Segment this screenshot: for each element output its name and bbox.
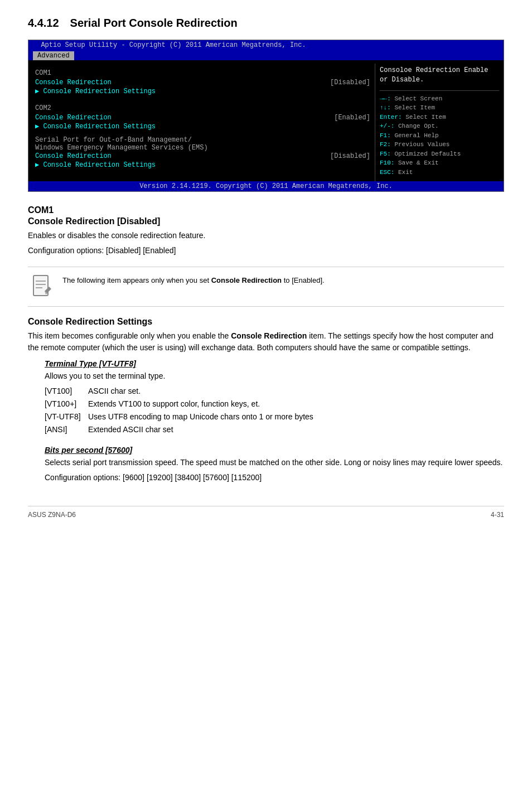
bios-com1-redirect-row[interactable]: Console Redirection [Disabled] [35, 78, 370, 87]
note-text: The following item appears only when you… [62, 273, 325, 286]
footer-left: ASUS Z9NA-D6 [28, 511, 76, 519]
shortcut-f1: F1: General Help [380, 131, 499, 141]
bios-ems-redirect-label: Console Redirection [35, 152, 112, 160]
shortcut-enter: Enter: Select Item [380, 113, 499, 122]
shortcut-f5: F5: Optimized Defaults [380, 149, 499, 159]
bios-serial-line1: Serial Port for Out-of-Band Management/ [35, 136, 370, 144]
bios-com1-redirect-value: [Disabled] [330, 79, 370, 86]
option-ansi-label: [ANSI] [45, 424, 84, 436]
bios-tab-bar: Advanced [28, 50, 504, 60]
bios-com2-redirect-label: Console Redirection [35, 114, 112, 122]
bios-header: Aptio Setup Utility - Copyright (C) 2011… [28, 40, 504, 50]
option-vt100: [VT100] ASCII char set. [45, 385, 504, 397]
option-vt100plus-desc: Extends VT100 to support color, function… [88, 398, 504, 410]
section-number: 4.4.12 [28, 17, 59, 30]
bios-sidebar: Consoloe Redirection Enable or Disable. … [375, 64, 504, 181]
option-vtutf8-desc: Uses UTF8 encoding to map Unicode chars … [88, 411, 504, 423]
shortcut-change: +/-: Change Opt. [380, 122, 499, 131]
option-vt100-label: [VT100] [45, 385, 84, 397]
shortcut-select-item: ↑↓: Select Item [380, 103, 499, 113]
com1-options: Configuration options: [Disabled] [Enabl… [28, 245, 504, 257]
com1-heading: COM1 [28, 205, 504, 215]
option-ansi-desc: Extended ASCII char set [88, 424, 504, 436]
terminal-type-block: Terminal Type [VT-UTF8] Allows you to se… [28, 359, 504, 484]
bios-ems-settings[interactable]: ▶ Console Redirection Settings [35, 161, 370, 169]
option-vtutf8-label: [VT-UTF8] [45, 411, 84, 423]
bios-com2-label: COM2 [35, 104, 370, 112]
section-title: Serial Port Console Redirection [70, 17, 238, 30]
bios-com2-redirect-row[interactable]: Console Redirection [Enabled] [35, 113, 370, 122]
option-vt100plus-label: [VT100+] [45, 398, 84, 410]
option-vt100plus: [VT100+] Extends VT100 to support color,… [45, 398, 504, 410]
com1-section: COM1 Console Redirection [Disabled] Enab… [28, 205, 504, 257]
footer-right: 4-31 [491, 511, 504, 519]
bios-com1-redirect-label: Console Redirection [35, 79, 112, 86]
bios-shortcuts: →←: Select Screen ↑↓: Select Item Enter:… [380, 94, 499, 177]
bios-help-text: Consoloe Redirection Enable or Disable. [380, 66, 499, 85]
shortcut-esc: ESC: Exit [380, 168, 499, 177]
page-footer: ASUS Z9NA-D6 4-31 [28, 506, 504, 519]
settings-heading: Console Redirection Settings [28, 317, 504, 327]
bios-main-panel: COM1 Console Redirection [Disabled] ▶ Co… [28, 64, 375, 181]
terminal-type-desc: Allows you to set the terminal type. [45, 370, 504, 382]
bios-com2-settings[interactable]: ▶ Console Redirection Settings [35, 122, 370, 131]
com1-desc: Enables or disables the console redirect… [28, 230, 504, 241]
shortcut-f2: F2: Previous Values [380, 140, 499, 149]
terminal-type-title: Terminal Type [VT-UTF8] [45, 359, 504, 368]
note-box: The following item appears only when you… [28, 267, 504, 307]
option-vtutf8: [VT-UTF8] Uses UTF8 encoding to map Unic… [45, 411, 504, 423]
bios-footer: Version 2.14.1219. Copyright (C) 2011 Am… [28, 181, 504, 191]
redirect-settings-section: Console Redirection Settings This item b… [28, 317, 504, 484]
bios-body: COM1 Console Redirection [Disabled] ▶ Co… [28, 60, 504, 181]
bios-com2-redirect-value: [Enabled] [334, 114, 370, 122]
section-heading: 4.4.12 Serial Port Console Redirection [28, 17, 504, 30]
bits-desc: Selects serial port transmission speed. … [45, 457, 504, 468]
bios-serial-line2: Windows Emergency Management Services (E… [35, 144, 370, 152]
bios-divider [380, 90, 499, 91]
shortcut-f10: F10: Save & Exit [380, 158, 499, 168]
bios-ems-redirect-row[interactable]: Console Redirection [Disabled] [35, 152, 370, 161]
bios-ems-redirect-value: [Disabled] [330, 152, 370, 160]
bios-advanced-tab[interactable]: Advanced [33, 51, 74, 60]
shortcut-select-screen: →←: Select Screen [380, 94, 499, 104]
bios-screen: Aptio Setup Utility - Copyright (C) 2011… [28, 40, 504, 192]
option-ansi: [ANSI] Extended ASCII char set [45, 424, 504, 436]
settings-desc: This item becomes configurable only when… [28, 330, 504, 354]
bios-com1-settings[interactable]: ▶ Console Redirection Settings [35, 87, 370, 95]
bits-options: Configuration options: [9600] [19200] [3… [45, 472, 504, 484]
note-icon [28, 273, 56, 301]
option-vt100-desc: ASCII char set. [88, 385, 504, 397]
bios-com1-label: COM1 [35, 69, 370, 77]
bits-title: Bits per second [57600] [45, 446, 504, 455]
com1-sub-heading: Console Redirection [Disabled] [28, 216, 504, 226]
